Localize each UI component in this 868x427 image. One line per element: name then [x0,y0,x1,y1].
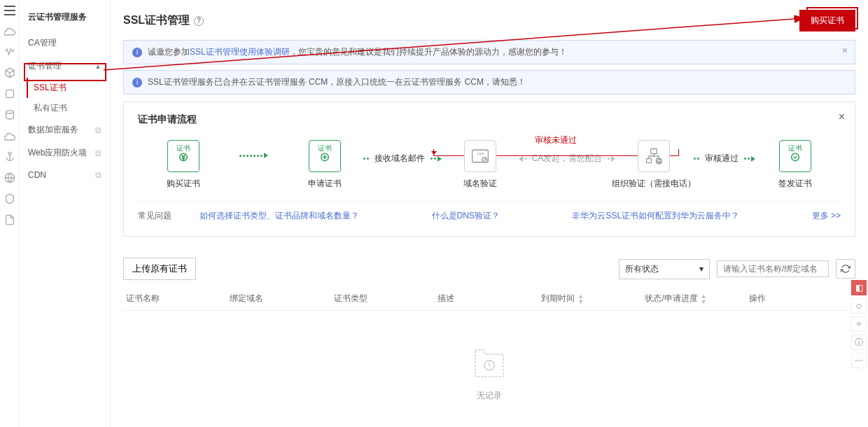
caret-down-icon: ▾ [699,264,704,274]
buy-cert-button[interactable]: 购买证书 [799,10,855,31]
external-icon: ⧉ [95,125,102,135]
table-toolbar: 上传原有证书 所有状态▾ [123,258,855,280]
col-expire[interactable]: 到期时间▲▼ [541,293,645,304]
sidebar-item-cdn[interactable]: CDN⧉ [20,164,110,186]
flow-label-pass: 审核通过 [705,153,738,164]
domain-icon: .com [470,146,490,166]
icon-rail [0,0,20,427]
cloud-icon[interactable] [4,25,15,36]
info-icon: i [132,48,142,57]
float-info[interactable]: ⓘ [851,335,867,350]
sidebar-item-ca[interactable]: CA管理 [20,31,110,55]
flow-label-recv: 接收域名邮件 [374,153,425,164]
flow-card: × 证书申请流程 审核未通过 证书 购买证书 证书 申请证书 接收域名邮件 [123,102,855,237]
faq-row: 常见问题 如何选择证书类型、证书品牌和域名数量？ 什么是DNS验证？ 非华为云S… [138,201,841,222]
caret-up-icon: ▲ [94,62,102,70]
sidebar-item-cert-mgmt[interactable]: 证书管理▲ [20,55,110,78]
flow-title: 证书申请流程 [138,113,841,126]
menu-icon[interactable] [4,6,15,15]
sidebar-item-waf[interactable]: Web应用防火墙⧉ [20,141,110,164]
svg-rect-11 [651,149,657,154]
sidebar-item-data-enc[interactable]: 数据加密服务⧉ [20,118,110,141]
db-icon[interactable] [4,109,15,120]
faq-link-2[interactable]: 什么是DNS验证？ [432,210,500,222]
anchor-icon[interactable] [4,151,15,162]
page-title: SSL证书管理? [123,13,204,28]
doc-icon[interactable] [4,214,15,225]
col-name: 证书名称 [126,293,230,304]
refresh-button[interactable] [836,259,855,279]
flow-steps: 审核未通过 证书 购买证书 证书 申请证书 接收域名邮件 .com 域名验证 [138,140,841,201]
col-type: 证书类型 [334,293,438,304]
sidebar-item-ssl[interactable]: SSL证书 [20,78,110,98]
col-status[interactable]: 状态/申请进度▲▼ [645,293,748,304]
faq-link-1[interactable]: 如何选择证书类型、证书品牌和域名数量？ [200,210,359,222]
cloud2-icon[interactable] [4,130,15,141]
faq-link-3[interactable]: 非华为云SSL证书如何配置到华为云服务中？ [572,210,739,222]
faq-more-link[interactable]: 更多 >> [812,210,841,222]
search-input[interactable] [723,264,828,274]
help-icon[interactable]: ? [194,16,204,26]
svg-point-1 [6,111,13,113]
step-apply: 证书 申请证书 [286,140,363,190]
external-icon: ⧉ [95,170,102,180]
step-buy: 证书 购买证书 [145,140,222,190]
sort-icon: ▲▼ [701,293,707,304]
sort-icon: ▲▼ [578,293,584,304]
survey-link[interactable]: SSL证书管理使用体验调研 [190,47,290,57]
svg-point-2 [8,152,11,155]
square-icon[interactable] [4,88,15,99]
shield-icon[interactable] [4,193,15,204]
upload-cert-button[interactable]: 上传原有证书 [123,258,196,280]
svg-rect-0 [6,90,13,98]
wave-icon[interactable] [4,46,15,57]
sidebar: 云证书管理服务 CA管理 证书管理▲ SSL证书 私有证书 数据加密服务⧉ We… [20,0,111,427]
close-icon[interactable]: × [842,45,848,56]
info-icon: i [132,78,142,88]
globe-icon[interactable] [4,172,15,183]
svg-rect-12 [647,159,652,163]
float-buttons: ◧ ☺ ✧ ⓘ ⋯ [851,280,867,368]
empty-state: 无记录 [123,311,855,427]
notice-survey: i 诚邀您参加SSL证书管理使用体验调研，您宝贵的意见和建议是我们持续提升产品体… [123,40,855,64]
org-icon [644,146,664,166]
cube-icon[interactable] [4,67,15,78]
float-feedback[interactable]: ◧ [851,280,867,295]
step-issue: 证书 签发证书 [757,140,834,190]
sidebar-item-private[interactable]: 私有证书 [20,98,110,118]
svg-text:.com: .com [476,151,484,155]
float-more[interactable]: ⋯ [851,353,867,368]
col-ops: 操作 [749,293,853,304]
main-content: SSL证书管理? 购买证书 i 诚邀您参加SSL证书管理使用体验调研，您宝贵的意… [111,0,868,427]
table-header: 证书名称 绑定域名 证书类型 描述 到期时间▲▼ 状态/申请进度▲▼ 操作 [123,287,855,311]
status-filter[interactable]: 所有状态▾ [619,259,710,279]
float-help[interactable]: ✧ [851,316,867,332]
sidebar-title: 云证书管理服务 [20,7,110,31]
col-domain: 绑定域名 [230,293,333,304]
float-smile[interactable]: ☺ [851,298,867,314]
empty-icon [123,346,855,383]
col-desc: 描述 [438,293,541,304]
search-box [717,260,829,277]
notice-ccm: i SSL证书管理服务已合并在云证书管理服务 CCM，原接入口统统一在云证书管理… [123,70,855,94]
external-icon: ⧉ [95,148,102,158]
refresh-icon [841,264,850,274]
close-icon[interactable]: × [839,111,845,123]
